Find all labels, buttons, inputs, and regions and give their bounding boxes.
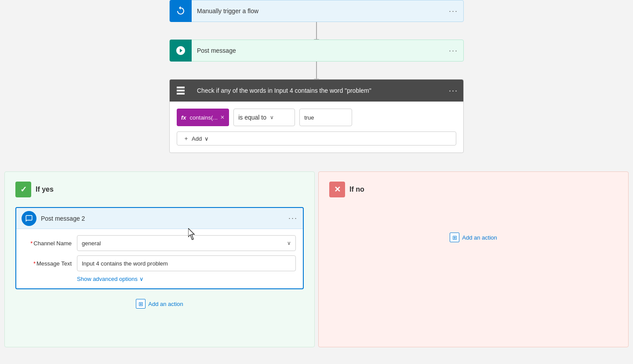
add-chevron-icon: ∨ <box>204 135 209 142</box>
branch-no-label: If no <box>349 186 364 193</box>
no-x-icon: ✕ <box>329 182 345 197</box>
branch-yes-label: If yes <box>36 186 54 193</box>
show-advanced-link[interactable]: Show advanced options ∨ <box>23 276 296 282</box>
trigger-icon <box>170 0 192 22</box>
post-message-title: Post message <box>192 47 444 54</box>
trigger-node: Manually trigger a flow ··· <box>169 0 464 22</box>
add-action-no-label: Add an action <box>462 234 497 241</box>
post-message-node: Post message ··· <box>169 40 464 62</box>
show-advanced-label: Show advanced options <box>77 276 138 282</box>
message-text-value: Input 4 contains the word problem <box>82 260 168 267</box>
fx-label: fx <box>181 114 186 121</box>
channel-name-label: Channel Name <box>23 240 72 247</box>
add-action-no-button[interactable]: ⊞ Add an action <box>324 228 623 247</box>
condition-header: Check if any of the words in Input 4 con… <box>170 80 463 102</box>
channel-chevron-icon: ∨ <box>287 240 291 246</box>
branch-yes: ✓ If yes Post message 2 ··· Channel Name <box>4 171 315 347</box>
add-action-yes-button[interactable]: ⊞ Add an action <box>10 295 309 313</box>
arrow-1 <box>316 22 317 40</box>
channel-name-value: general <box>82 240 101 247</box>
arrow-2 <box>316 62 317 79</box>
post-message-menu[interactable]: ··· <box>444 46 463 55</box>
trigger-menu[interactable]: ··· <box>444 7 463 16</box>
condition-row: fx contains(... ✕ is equal to ∨ true <box>177 109 456 126</box>
equals-dropdown[interactable]: is equal to ∨ <box>233 109 295 126</box>
channel-name-row: Channel Name general ∨ <box>23 235 296 251</box>
condition-menu[interactable]: ··· <box>444 86 463 95</box>
equals-label: is equal to <box>238 114 266 121</box>
channel-name-input[interactable]: general ∨ <box>77 235 296 251</box>
contains-pill[interactable]: fx contains(... ✕ <box>177 109 229 126</box>
contains-label: contains(... <box>190 114 218 121</box>
post-message-2-body: Channel Name general ∨ Message Text Inpu… <box>16 229 303 288</box>
condition-title: Check if any of the words in Input 4 con… <box>192 87 444 94</box>
show-advanced-chevron-icon: ∨ <box>139 276 144 282</box>
message-text-row: Message Text Input 4 contains the word p… <box>23 255 296 271</box>
canvas: Manually trigger a flow ··· Post message… <box>0 0 633 364</box>
message-text-input[interactable]: Input 4 contains the word problem <box>77 255 296 271</box>
add-action-yes-icon: ⊞ <box>136 299 146 309</box>
post-message-2-menu[interactable]: ··· <box>288 214 298 223</box>
post-message-2-card: Post message 2 ··· Channel Name general … <box>15 207 304 289</box>
chevron-down-icon: ∨ <box>270 114 274 120</box>
message-text-label: Message Text <box>23 260 72 267</box>
add-label: Add <box>192 135 202 142</box>
add-action-yes-label: Add an action <box>148 301 183 307</box>
condition-node: Check if any of the words in Input 4 con… <box>169 79 464 153</box>
post-message-icon <box>170 40 192 62</box>
add-action-no-icon: ⊞ <box>450 233 459 242</box>
post-message-2-header: Post message 2 ··· <box>16 208 303 229</box>
branch-no-header: ✕ If no <box>324 177 623 202</box>
flow-area: Manually trigger a flow ··· Post message… <box>0 0 633 153</box>
add-button[interactable]: ＋ Add ∨ <box>177 131 456 146</box>
condition-body: fx contains(... ✕ is equal to ∨ true ＋ A… <box>170 102 463 153</box>
trigger-title: Manually trigger a flow <box>192 7 444 15</box>
post-message-2-icon <box>22 211 36 226</box>
condition-icon <box>170 80 192 102</box>
branch-no: ✕ If no ⊞ Add an action <box>318 171 629 347</box>
yes-check-icon: ✓ <box>15 182 31 197</box>
split-area: ✓ If yes Post message 2 ··· Channel Name <box>0 171 633 347</box>
branch-yes-header: ✓ If yes <box>10 177 309 202</box>
true-value[interactable]: true <box>299 109 352 126</box>
add-icon: ＋ <box>183 135 189 142</box>
contains-close[interactable]: ✕ <box>220 114 225 120</box>
post-message-2-title: Post message 2 <box>41 215 288 222</box>
